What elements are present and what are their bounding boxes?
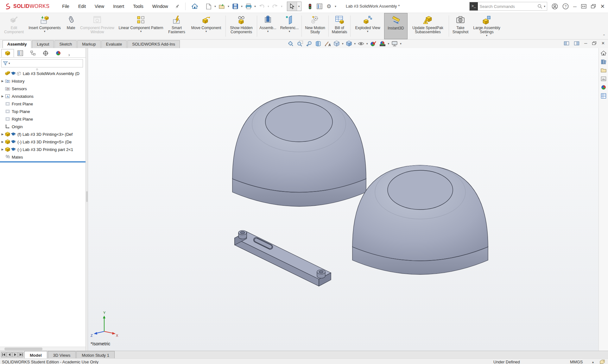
linear-component-pattern-button[interactable]: Linear Component Pattern ▾ [116, 13, 166, 39]
split-pane-left-icon[interactable] [564, 41, 569, 45]
part-link-bar[interactable] [235, 230, 331, 286]
magnifier-icon[interactable] [537, 4, 542, 9]
options-gear-icon[interactable]: ⚙ [324, 2, 334, 11]
minimize-icon[interactable]: ─ [573, 4, 577, 9]
tree-filter-box[interactable]: ▾ [1, 59, 83, 67]
menu-tools[interactable]: Tools [129, 2, 148, 11]
component-preview-window-button[interactable]: Component Preview Window [79, 13, 116, 39]
menu-insert[interactable]: Insert [109, 2, 129, 11]
tab-3d-views[interactable]: 3D Views [48, 351, 76, 358]
document-minimize-icon[interactable]: ─ [584, 41, 587, 46]
filter-dropdown[interactable]: ▾ [9, 62, 10, 65]
tree-item-history[interactable]: ▶ History [0, 77, 86, 85]
edit-appearance-icon[interactable] [370, 40, 377, 47]
search-dropdown[interactable]: ▾ [542, 5, 547, 8]
bill-of-materials-button[interactable]: Bill of Materials [329, 13, 350, 39]
move-component-button[interactable]: Move Component ▾ [187, 13, 225, 39]
expand-pane-icon[interactable]: › [68, 52, 70, 57]
tab-sketch[interactable]: Sketch [54, 40, 77, 48]
tree-item-origin[interactable]: Origin [0, 123, 86, 130]
custom-properties-icon[interactable] [599, 92, 608, 100]
assembly-3d-view[interactable]: Y X Z [88, 48, 598, 351]
undo-dropdown[interactable]: ▾ [267, 5, 270, 8]
exploded-view-button[interactable]: Exploded View ▾ [351, 13, 384, 39]
menu-window[interactable]: Window [148, 2, 173, 11]
units-indicator[interactable]: MMGS [570, 360, 583, 364]
assembly-features-button[interactable]: Assemb... ▾ [258, 13, 278, 39]
insert-components-button[interactable]: Insert Components ▾ [26, 13, 63, 39]
tree-item-front-plane[interactable]: Front Plane [0, 100, 86, 108]
featuremanager-tree-icon[interactable] [1, 49, 14, 57]
home-icon[interactable] [599, 49, 608, 57]
last-tab-icon[interactable] [18, 352, 23, 357]
instant3d-button[interactable]: Instant3D [384, 13, 408, 39]
expand-arrow-icon[interactable]: ▶ [0, 133, 5, 136]
apply-scene-icon[interactable] [379, 40, 386, 47]
help-icon[interactable]: ? [562, 3, 569, 9]
expand-arrow-icon[interactable]: ▶ [0, 95, 5, 98]
document-restore-icon[interactable] [592, 41, 596, 45]
redo-icon[interactable] [270, 2, 280, 11]
panel-grip[interactable] [36, 68, 38, 70]
assembly-features-dropdown[interactable]: ▾ [267, 30, 269, 33]
view-settings-icon[interactable] [391, 40, 398, 47]
expand-arrow-icon[interactable]: ▶ [0, 79, 5, 83]
open-icon[interactable] [217, 2, 227, 11]
tab-assembly[interactable]: Assembly [3, 40, 31, 48]
part-dome-cover-small[interactable] [352, 165, 488, 274]
panel-splitter[interactable] [86, 48, 88, 351]
section-view-icon[interactable] [314, 40, 322, 47]
displaymanager-icon[interactable] [52, 49, 65, 57]
move-component-dropdown[interactable]: ▾ [206, 30, 207, 33]
tree-item-mates[interactable]: Mates [0, 153, 86, 161]
configurationmanager-icon[interactable] [27, 49, 39, 57]
close-icon[interactable]: ✕ [600, 3, 605, 10]
display-style-icon[interactable] [345, 40, 353, 47]
options-dropdown[interactable]: ▾ [334, 5, 338, 8]
mate-button[interactable]: Mate [63, 13, 79, 39]
design-library-icon[interactable] [599, 58, 608, 66]
search-box[interactable]: >_ ▾ [469, 2, 547, 11]
undo-icon[interactable] [257, 2, 267, 11]
tree-item-sensors[interactable]: Sensors [0, 85, 86, 92]
graphics-viewport[interactable]: Y X Z *Isometric [88, 48, 598, 351]
properties-icon[interactable] [315, 2, 324, 11]
search-input[interactable] [478, 4, 537, 9]
update-speedpak-button[interactable]: ! Update SpeedPak Subassemblies [408, 13, 448, 39]
tab-solidworks-addins[interactable]: SOLIDWORKS Add-Ins [127, 40, 180, 48]
new-document-dropdown[interactable]: ▾ [213, 5, 217, 8]
tab-evaluate[interactable]: Evaluate [101, 40, 127, 48]
previous-view-icon[interactable] [305, 40, 313, 47]
large-assembly-settings-dropdown[interactable]: ▾ [486, 34, 488, 37]
tree-item-component-2[interactable]: ▶ (-) Lab #3 3D Printing<5> (De [0, 138, 86, 146]
select-cursor-icon[interactable] [287, 2, 297, 11]
new-document-icon[interactable] [204, 2, 213, 11]
tree-item-top-plane[interactable]: Top Plane [0, 108, 86, 115]
expand-arrow-icon[interactable]: ▶ [0, 140, 5, 143]
exploded-view-dropdown[interactable]: ▾ [367, 30, 369, 33]
file-explorer-icon[interactable] [599, 66, 608, 74]
tree-item-right-plane[interactable]: Right Plane [0, 115, 86, 123]
scrollbar-thumb[interactable] [4, 348, 42, 350]
home-icon[interactable] [190, 2, 200, 11]
insert-components-dropdown[interactable]: ▾ [44, 30, 46, 33]
select-dropdown[interactable]: ▾ [297, 2, 301, 11]
span-displays-icon[interactable] [581, 4, 586, 9]
tab-model[interactable]: Model [24, 351, 47, 358]
reference-geometry-button[interactable]: Referenc... ▾ [278, 13, 301, 39]
document-close-icon[interactable]: ✕ [601, 41, 605, 46]
tree-item-annotations[interactable]: ▶ A Annotations [0, 92, 86, 100]
menu-file[interactable]: File [58, 2, 74, 11]
ribbon-collapse-chevron[interactable]: ⌃ [603, 34, 605, 38]
tag-icon[interactable] [600, 360, 605, 364]
smart-fasteners-button[interactable]: Smart Fasteners [166, 13, 187, 39]
propertymanager-icon[interactable] [14, 49, 27, 57]
dimxpertmanager-icon[interactable] [39, 49, 52, 57]
menu-view[interactable]: View [90, 2, 109, 11]
tab-motion-study-1[interactable]: Motion Study 1 [76, 351, 115, 358]
tab-markup[interactable]: Markup [77, 40, 100, 48]
apply-scene-dropdown[interactable]: ▾ [388, 42, 390, 45]
reference-geometry-dropdown[interactable]: ▾ [289, 30, 290, 33]
open-dropdown[interactable]: ▾ [227, 5, 231, 8]
redo-dropdown[interactable]: ▾ [280, 5, 284, 8]
